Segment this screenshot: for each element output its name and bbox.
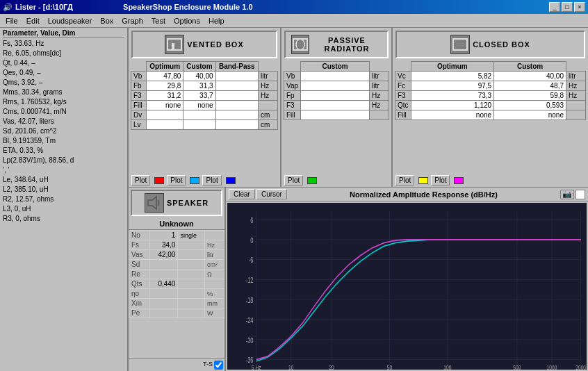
row-optimum (147, 120, 183, 130)
speaker-header-label: SPEAKER (167, 199, 209, 207)
passive-box-icon (291, 35, 309, 54)
closed-col-label (395, 62, 411, 72)
speaker-table: No 1 single Fs 34,0 Hz Vas 42,00 litr Sd… (129, 230, 224, 318)
passive-color (307, 177, 317, 184)
menu-graph[interactable]: Graph (117, 15, 147, 26)
ts-label: T-S (203, 361, 213, 370)
row-custom (301, 110, 370, 120)
row-optimum: 47,80 (147, 72, 183, 81)
speaker-header: SPEAKER (131, 190, 222, 216)
box-sections: VENTED BOX Optimum Custom Band-Pass (129, 28, 588, 188)
passive-col-custom: Custom (301, 62, 370, 72)
table-row: Fill (284, 110, 389, 120)
row-label: F3 (395, 91, 411, 101)
sp-value: 34,0 (149, 240, 178, 250)
sp-unit: W (205, 308, 224, 318)
menu-file[interactable]: File (1, 15, 22, 26)
vented-col-custom: Custom (183, 62, 215, 72)
row-custom (301, 91, 370, 101)
svg-text:20: 20 (329, 364, 334, 370)
svg-text:-18: -18 (246, 297, 254, 305)
menu-help[interactable]: Help (204, 15, 229, 26)
sp-value (149, 308, 178, 318)
title-bar: 🔊 Lister - [d:\10ГД SpeakerShop Enclosur… (0, 0, 588, 14)
menu-loudspeaker[interactable]: Loudspeaker (44, 15, 97, 26)
menu-test[interactable]: Test (147, 15, 170, 26)
vented-box-section: VENTED BOX Optimum Custom Band-Pass (129, 28, 281, 187)
svg-text:-6: -6 (249, 256, 254, 265)
sp-label: Fs (129, 240, 150, 250)
vented-col-bandpass: Band-Pass (215, 62, 258, 72)
graph-camera-icon[interactable]: 📷 (560, 190, 574, 199)
clear-button[interactable]: Clear (229, 189, 255, 199)
passive-col-unit (370, 62, 389, 72)
closed-plot-btn-1[interactable]: Plot (395, 175, 414, 186)
vented-plot-btn-3[interactable]: Plot (202, 175, 221, 186)
svg-text:-12: -12 (246, 277, 254, 285)
sidebar-row: Bl, 9.191359, Tm (3, 136, 124, 146)
vented-color-2 (190, 177, 199, 184)
vented-col-optimum: Optimum (147, 62, 183, 72)
sidebar-row: Rms, 1.760532, kg/s (3, 97, 124, 107)
minimize-button[interactable]: _ (549, 2, 560, 12)
vented-plot-btn-2[interactable]: Plot (167, 175, 186, 186)
closed-table: Optimum Custom Vc 5,82 40,00 litr Fc 97,… (395, 61, 586, 120)
row-unit: Hz (259, 81, 278, 91)
svg-text:6: 6 (250, 217, 253, 225)
graph-maximize-icon[interactable] (575, 190, 585, 199)
sidebar-row: ETA, 0.33, % (3, 146, 124, 156)
ts-checkbox[interactable] (214, 361, 223, 370)
sidebar-rows: Fs, 33.63, HzRe, 6.05, ohms[dc]Qt, 0.44,… (3, 39, 124, 224)
vented-plot-btn-1[interactable]: Plot (131, 175, 150, 186)
svg-text:100: 100 (443, 364, 451, 370)
row-unit (566, 101, 586, 110)
row-unit: litr (370, 81, 389, 91)
main-container: Parameter, Value, Dim Fs, 33.63, HzRe, 6… (0, 28, 588, 371)
menu-box[interactable]: Box (96, 15, 117, 26)
table-row: F3 Hz (284, 101, 389, 110)
sp-unit: Hz (205, 240, 224, 250)
row-custom (301, 72, 370, 81)
row-unit (566, 110, 586, 120)
menu-options[interactable]: Options (170, 15, 204, 26)
lister-title: Lister - [d:\10ГД (15, 3, 73, 11)
sp-unit: % (205, 289, 224, 299)
row-bandpass (215, 72, 258, 81)
row-unit: Hz (566, 91, 586, 101)
row-unit: litr (370, 72, 389, 81)
maximize-button[interactable]: □ (562, 2, 573, 12)
row-unit: cm (259, 120, 278, 130)
sidebar-row: R2, 12.57, ohms (3, 195, 124, 204)
svg-text:2000: 2000 (575, 364, 586, 370)
cursor-button[interactable]: Cursor (256, 189, 287, 199)
row-custom: 40,00 (494, 72, 566, 81)
svg-text:5 Hz: 5 Hz (252, 364, 261, 370)
row-label: Qtc (395, 101, 411, 110)
sp-unit: Ω (205, 270, 224, 279)
sidebar-row: ', ' (3, 165, 124, 175)
passive-plot-btn[interactable]: Plot (284, 175, 303, 186)
sp-value (149, 289, 178, 299)
closed-plot-btn-2[interactable]: Plot (431, 175, 450, 186)
table-row: ηo % (129, 289, 224, 299)
menu-edit[interactable]: Edit (22, 15, 44, 26)
table-row: No 1 single (129, 231, 224, 240)
table-row: Vb litr (284, 72, 389, 81)
row-label: Fill (131, 101, 147, 110)
table-row: Fill none none (395, 110, 586, 120)
sp-value: 42,00 (149, 250, 178, 260)
sidebar-row: L3, 0, uH (3, 204, 124, 214)
row-custom: 40,00 (183, 72, 215, 81)
svg-point-3 (296, 39, 304, 50)
row-bandpass (215, 91, 258, 101)
row-custom (301, 101, 370, 110)
row-unit: Hz (566, 81, 586, 91)
vented-box-icon (165, 35, 184, 54)
row-label: Vc (395, 72, 411, 81)
sidebar: Parameter, Value, Dim Fs, 33.63, HzRe, 6… (0, 28, 129, 371)
close-button[interactable]: × (574, 2, 585, 12)
row-label: Vap (284, 81, 301, 91)
vented-table: Optimum Custom Band-Pass Vb 47,80 40,00 … (131, 61, 278, 130)
row-optimum: 29,8 (147, 81, 183, 91)
row-custom: 59,8 (494, 91, 566, 101)
